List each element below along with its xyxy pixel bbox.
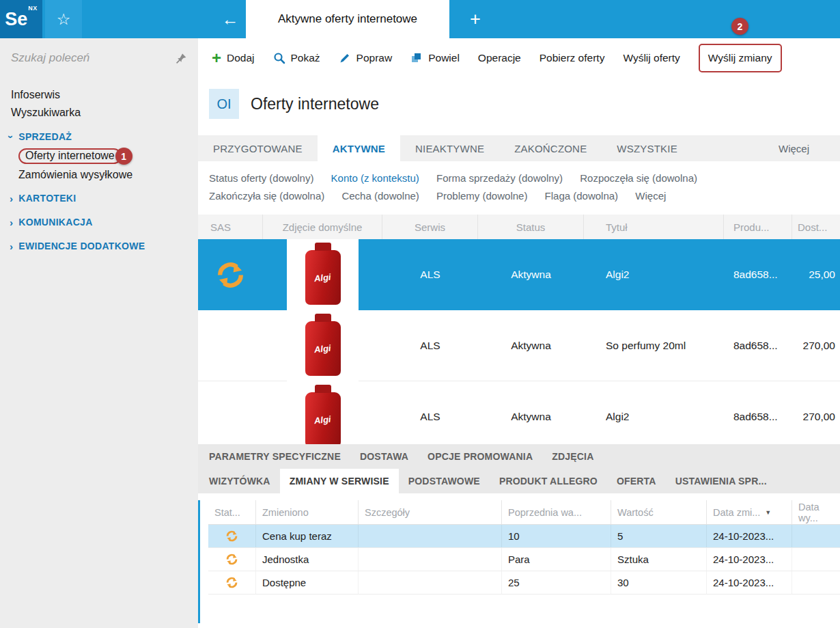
filter-cecha[interactable]: Cecha (dowolne) xyxy=(341,190,419,202)
detail-tabs-row-2: WIZYTÓWKA ZMIANY W SERWISIE PODSTAWOWE P… xyxy=(198,469,840,493)
filter-more-button[interactable]: Więcej xyxy=(635,190,666,202)
column-header-produkt[interactable]: Produ... xyxy=(724,215,792,239)
column-header-szczegoly[interactable]: Szczegóły xyxy=(359,500,502,524)
tab-podstawowe[interactable]: PODSTAWOWE xyxy=(399,469,490,493)
column-header-status[interactable]: Stat... xyxy=(208,500,256,524)
sidebar-section-label: KARTOTEKI xyxy=(18,193,76,204)
tab-parametry-specyficzne[interactable]: PARAMETRY SPECYFICZNE xyxy=(199,444,350,469)
tab-aktywne[interactable]: AKTYWNE xyxy=(318,135,400,161)
sidebar-item-infoserwis[interactable]: Infoserwis xyxy=(10,86,198,104)
toolbar-pobierz-oferty-button[interactable]: Pobierz oferty xyxy=(540,52,605,64)
filter-zakonczyla-sie[interactable]: Zakończyła się (dowolna) xyxy=(209,190,324,202)
sidebar-section-kartoteki[interactable]: › KARTOTEKI xyxy=(10,189,198,207)
change-row[interactable]: Dostępne 25 30 24-10-2023... xyxy=(208,571,840,595)
tab-zdjecia[interactable]: ZDJĘCIA xyxy=(542,444,603,469)
column-header-wartosc[interactable]: Wartość xyxy=(611,500,707,524)
column-header-tytul[interactable]: Tytuł xyxy=(584,215,724,239)
command-search-row xyxy=(0,38,198,78)
toolbar-wyslij-oferty-button[interactable]: Wyślij oferty xyxy=(623,52,680,64)
tab-zmiany-w-serwisie[interactable]: ZMIANY W SERWISIE xyxy=(280,469,399,493)
annotation-badge-2: 2 xyxy=(731,18,748,35)
tab-label: ZMIANY W SERWISIE xyxy=(290,476,389,487)
tab-oferta[interactable]: OFERTA xyxy=(607,469,666,493)
sidebar-item-wyszukiwarka[interactable]: Wyszukiwarka xyxy=(10,104,198,122)
toolbar-popraw-button[interactable]: Popraw xyxy=(339,52,393,64)
sidebar-section-komunikacja[interactable]: › KOMUNIKACJA xyxy=(10,213,198,231)
filter-konto[interactable]: Konto (z kontekstu) xyxy=(331,172,419,184)
cell-produkt: 8ad658... xyxy=(724,269,792,281)
cell-data-zmiany: 24-10-2023... xyxy=(707,571,792,594)
tab-wszystkie[interactable]: WSZYSTKIE xyxy=(602,135,692,161)
toolbar: + Dodaj Pokaż Popraw Powiel Operacje xyxy=(198,38,840,78)
toolbar-item-label: Pokaż xyxy=(291,52,320,64)
filter-status-oferty[interactable]: Status oferty (dowolny) xyxy=(209,172,313,184)
column-header-dostepne[interactable]: Dost... xyxy=(792,215,840,239)
toolbar-powiel-button[interactable]: Powiel xyxy=(410,52,460,64)
column-header-sas[interactable]: SAS xyxy=(198,215,263,239)
column-header-data-wyslania[interactable]: Data wy... xyxy=(792,500,840,524)
tab-produkt-allegro[interactable]: PRODUKT ALLEGRO xyxy=(490,469,607,493)
column-header-zmieniono[interactable]: Zmieniono xyxy=(256,500,359,524)
sidebar-section-sprzedaz[interactable]: › SPRZEDAŻ xyxy=(10,128,198,146)
sidebar-section-label: EWIDENCJE DODATKOWE xyxy=(18,241,145,251)
main-content: + Dodaj Pokaż Popraw Powiel Operacje xyxy=(198,38,840,628)
column-header-poprzednia-wartosc[interactable]: Poprzednia wa... xyxy=(502,500,611,524)
search-input[interactable] xyxy=(11,51,176,65)
column-header-zdjecie[interactable]: Zdjęcie domyślne xyxy=(263,215,382,239)
cell-tytul: So perfumy 20ml xyxy=(584,340,724,352)
search-icon xyxy=(273,52,285,64)
product-image-label: Algi xyxy=(314,413,332,425)
add-icon: + xyxy=(212,52,221,64)
sidebar-section-ewidencje-dodatkowe[interactable]: › EWIDENCJE DODATKOWE xyxy=(10,237,198,255)
filter-problemy[interactable]: Problemy (dowolne) xyxy=(436,190,527,202)
change-row[interactable]: Jednostka Para Sztuka 24-10-2023... xyxy=(208,548,840,571)
tab-wizytowka[interactable]: WIZYTÓWKA xyxy=(199,469,280,493)
app-logo: Se NX xyxy=(0,0,42,38)
cell-status: Aktywna xyxy=(478,269,584,281)
filter-flaga[interactable]: Flaga (dowolna) xyxy=(545,190,619,202)
tab-przygotowane[interactable]: PRZYGOTOWANE xyxy=(198,135,318,161)
favorites-button[interactable]: ☆ xyxy=(45,0,82,38)
toolbar-item-label: Powiel xyxy=(428,52,460,64)
detail-tabs-row-1: PARAMETRY SPECYFICZNE DOSTAWA OPCJE PROM… xyxy=(198,444,840,469)
offer-row[interactable]: Algi ALS Aktywna So perfumy 20ml 8ad658.… xyxy=(198,310,840,381)
cell-data-wyslania xyxy=(792,571,840,594)
tab-zakonczone[interactable]: ZAKOŃCZONE xyxy=(499,135,602,161)
offers-table-header: SAS Zdjęcie domyślne Serwis Status Tytuł… xyxy=(198,215,840,239)
tab-nieaktywne[interactable]: NIEAKTYWNE xyxy=(400,135,499,161)
toolbar-dodaj-button[interactable]: + Dodaj xyxy=(212,52,255,64)
toolbar-wyslij-zmiany-button[interactable]: Wyślij zmiany 2 xyxy=(699,44,782,72)
cell-status: Aktywna xyxy=(478,340,584,352)
sidebar-menu: Infoserwis Wyszukiwarka › SPRZEDAŻ Ofert… xyxy=(0,78,198,255)
new-tab-button[interactable]: + xyxy=(459,0,492,38)
cell-szczegoly xyxy=(359,525,502,547)
filter-rozpoczela-sie[interactable]: Rozpoczęła się (dowolna) xyxy=(580,172,697,184)
offer-row-selected[interactable]: Algi ALS Aktywna Algi2 8ad658... 25,00 xyxy=(198,239,840,310)
toolbar-operacje-button[interactable]: Operacje xyxy=(478,52,521,64)
tab-opcje-promowania[interactable]: OPCJE PROMOWANIA xyxy=(418,444,542,469)
toolbar-pokaz-button[interactable]: Pokaż xyxy=(273,52,320,64)
tabs-more-button[interactable]: Więcej xyxy=(779,135,840,161)
pin-icon[interactable] xyxy=(176,53,187,64)
column-header-status[interactable]: Status xyxy=(478,215,584,239)
sync-icon xyxy=(225,576,238,589)
column-header-serwis[interactable]: Serwis xyxy=(382,215,478,239)
back-button[interactable]: ← xyxy=(214,0,246,38)
cell-status: Aktywna xyxy=(478,411,584,423)
tab-dostawa[interactable]: DOSTAWA xyxy=(350,444,418,469)
sync-icon xyxy=(225,530,238,543)
chevron-down-icon: › xyxy=(6,135,16,138)
active-window-tab[interactable]: Aktywne oferty internetowe xyxy=(246,0,449,38)
column-header-data-zmiany[interactable]: Data zmi... ▼ xyxy=(707,500,792,524)
cell-data-zmiany: 24-10-2023... xyxy=(707,525,792,547)
changes-table-header: Stat... Zmieniono Szczegóły Poprzednia w… xyxy=(208,500,840,525)
sidebar-item-zamowienia-wysylkowe[interactable]: Zamówienia wysyłkowe xyxy=(10,167,198,183)
sidebar-item-oferty-internetowe[interactable]: Oferty internetowe 1 xyxy=(10,146,198,167)
offer-row[interactable]: Algi ALS Aktywna Algi2 8ad658... 270,00 xyxy=(198,381,840,444)
filter-forma-sprzedazy[interactable]: Forma sprzedaży (dowolny) xyxy=(436,172,563,184)
change-row-selected[interactable]: Cena kup teraz 10 5 24-10-2023... xyxy=(208,525,840,548)
cell-dostepne: 270,00 xyxy=(792,411,840,423)
duplicate-icon xyxy=(410,52,423,64)
tab-ustawienia-sprzedazy[interactable]: USTAWIENIA SPR... xyxy=(666,469,776,493)
product-image: Algi xyxy=(287,310,359,381)
